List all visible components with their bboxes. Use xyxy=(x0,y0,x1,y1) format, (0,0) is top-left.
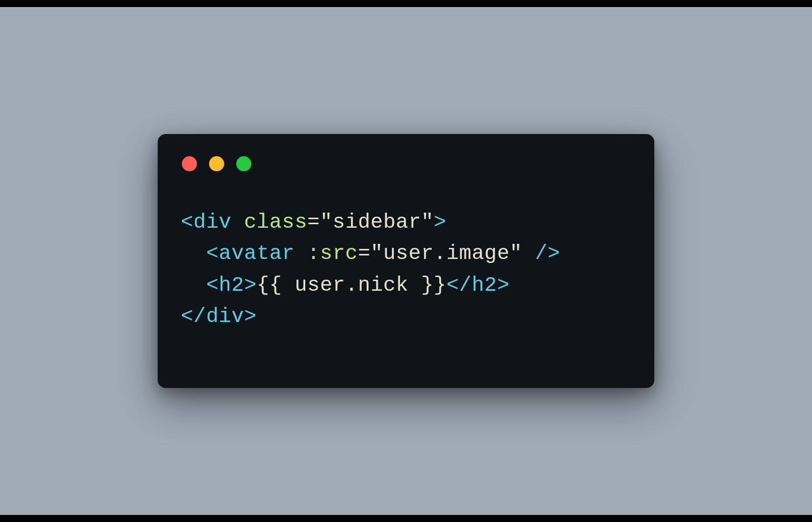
maximize-icon[interactable] xyxy=(236,156,251,171)
code-line-3: <h2>{{ user.nick }}</h2> xyxy=(181,274,510,297)
punctuation: /> xyxy=(535,242,560,265)
page-background: <div class="sidebar"> <avatar :src="user… xyxy=(0,7,812,515)
code-line-4: </div> xyxy=(181,305,257,328)
punctuation: > xyxy=(244,274,257,297)
space xyxy=(231,211,244,234)
punctuation: </ xyxy=(181,305,206,328)
punctuation: < xyxy=(206,274,219,297)
tag-name: avatar xyxy=(219,242,295,265)
attribute-name: :src xyxy=(307,242,358,265)
tag-name: h2 xyxy=(219,274,244,297)
attribute-name: class xyxy=(244,211,308,234)
punctuation: < xyxy=(206,242,219,265)
tag-name: div xyxy=(193,211,231,234)
punctuation: </ xyxy=(446,274,471,297)
code-line-2: <avatar :src="user.image" /> xyxy=(181,242,560,265)
punctuation: > xyxy=(434,211,446,234)
indent xyxy=(181,242,206,265)
punctuation: < xyxy=(181,211,193,234)
indent xyxy=(181,274,206,297)
equals: = xyxy=(307,211,320,234)
tag-name: h2 xyxy=(471,274,497,297)
space xyxy=(522,242,535,265)
tag-name: div xyxy=(206,305,244,328)
text-content: {{ user.nick }} xyxy=(257,274,447,297)
string: "sidebar" xyxy=(320,211,434,234)
close-icon[interactable] xyxy=(182,156,197,171)
code-line-1: <div class="sidebar"> xyxy=(181,211,446,234)
window-traffic-lights xyxy=(181,156,631,171)
equals: = xyxy=(358,242,370,265)
code-window: <div class="sidebar"> <avatar :src="user… xyxy=(158,134,654,388)
minimize-icon[interactable] xyxy=(209,156,224,171)
punctuation: > xyxy=(244,305,257,328)
code-content: <div class="sidebar"> <avatar :src="user… xyxy=(181,207,631,332)
string: "user.image" xyxy=(371,242,522,265)
space xyxy=(295,242,307,265)
punctuation: > xyxy=(497,274,510,297)
